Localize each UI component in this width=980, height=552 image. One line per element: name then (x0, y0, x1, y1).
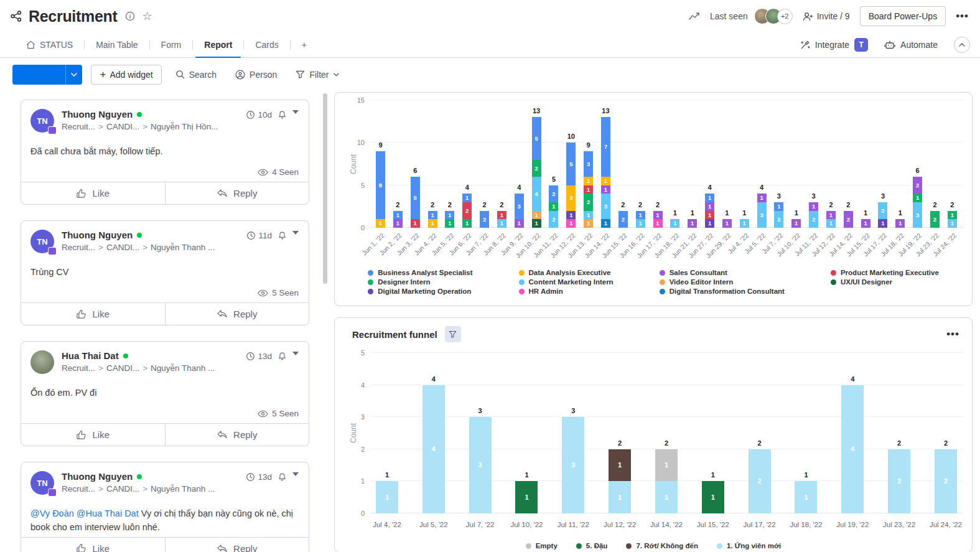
last-seen-avatars[interactable]: +2 (754, 8, 793, 24)
bar-segment[interactable]: 1 (757, 194, 767, 202)
bar-segment[interactable]: 1 (515, 219, 524, 228)
bar-segment[interactable]: 2 (888, 449, 910, 513)
bar-Jun-8-22[interactable]: 112Jun 8, '22 (497, 100, 506, 228)
notification-bell-icon[interactable] (278, 110, 287, 119)
bar-segment[interactable]: 2 (549, 211, 558, 228)
bar-segment[interactable]: 1 (948, 211, 957, 220)
bar-Jun-14-22[interactable]: 1311713Jun 14, '22 (601, 100, 610, 228)
reply-button[interactable]: Reply (165, 538, 309, 552)
legend-item[interactable]: Content Marketing Intern (519, 278, 614, 286)
bar-Jul-5-22[interactable]: 44Jul 5, '22 (422, 353, 445, 513)
bar-Jul-15-22[interactable]: 11Jul 15, '22 (861, 100, 870, 228)
bar-segment[interactable]: 1 (636, 219, 645, 228)
activity-icon[interactable] (689, 12, 700, 21)
invite-button[interactable]: Invite / 9 (803, 11, 850, 21)
bar-Jul-10-22[interactable]: 11Jul 10, '22 (515, 353, 538, 513)
bar-Jun-12-22[interactable]: 113510Jun 12, '22 (566, 100, 576, 228)
breadcrumb-item[interactable]: Nguyễn Thị Hồn... (151, 122, 218, 131)
bar-segment[interactable]: 1 (393, 211, 403, 220)
avatar[interactable]: TN (30, 109, 54, 133)
bar-segment[interactable]: 1 (670, 219, 679, 228)
bar-Jul-19-22[interactable]: 44Jul 19, '22 (841, 353, 864, 513)
bar-segment[interactable]: 1 (584, 185, 593, 194)
bar-segment[interactable]: 2 (913, 177, 922, 194)
author-name[interactable]: Thuong Nguyen (62, 230, 133, 240)
bar-segment[interactable]: 1 (705, 194, 714, 202)
bar-segment[interactable]: 3 (601, 194, 610, 219)
legend-item[interactable]: Empty (526, 542, 558, 550)
tab-cards[interactable]: Cards (244, 32, 289, 57)
bar-segment[interactable]: 8 (376, 151, 385, 219)
bar-segment[interactable]: 1 (376, 481, 398, 513)
funnel-filter-button[interactable] (445, 326, 461, 342)
bar-segment[interactable]: 3 (584, 151, 593, 177)
chevron-down-icon[interactable] (292, 352, 299, 355)
tab-[interactable]: + (291, 32, 318, 57)
bar-Jul-19-22[interactable]: 3126Jul 19, '22 (913, 100, 922, 228)
legend-item[interactable]: Designer Intern (368, 278, 472, 286)
bar-segment[interactable]: 5 (411, 177, 420, 219)
new-item-split-button[interactable]: New Item (12, 65, 82, 85)
bar-segment[interactable]: 2 (532, 160, 541, 177)
notification-bell-icon[interactable] (278, 472, 287, 482)
bar-segment[interactable]: 3 (562, 417, 584, 513)
last-seen-group[interactable]: Last seen +2 (710, 8, 793, 24)
bar-Jun-18-22[interactable]: 11Jun 18, '22 (670, 100, 679, 228)
bar-Jul-10-22[interactable]: 11Jul 10, '22 (791, 100, 801, 228)
bar-segment[interactable]: 1 (462, 219, 472, 228)
bar-Jun-17-22[interactable]: 112Jun 17, '22 (653, 100, 663, 228)
reply-button[interactable]: Reply (165, 182, 309, 204)
legend-item[interactable]: 1. Ứng viên mới (717, 542, 781, 550)
bar-Jun-9-22[interactable]: 134Jun 9, '22 (515, 100, 524, 228)
bar-segment[interactable]: 1 (584, 219, 593, 228)
breadcrumb-item[interactable]: Recruit... (62, 363, 95, 373)
bar-segment[interactable]: 1 (740, 219, 749, 228)
bar-segment[interactable]: 1 (705, 211, 714, 220)
bar-segment[interactable]: 1 (653, 211, 663, 220)
bar-segment[interactable]: 1 (411, 219, 420, 228)
board-power-ups-button[interactable]: Board Power-Ups (860, 6, 946, 26)
bar-segment[interactable]: 1 (895, 219, 905, 228)
avatar[interactable]: TN (30, 471, 54, 495)
breadcrumb-item[interactable]: Recruit... (62, 243, 95, 252)
breadcrumb-item[interactable]: Nguyễn Thanh ... (151, 243, 215, 252)
breadcrumb-item[interactable]: CANDI... (106, 243, 139, 252)
bar-segment[interactable]: 1 (636, 211, 645, 220)
bar-Jun-4-22[interactable]: 112Jun 4, '22 (428, 100, 437, 228)
bar-segment[interactable]: 1 (702, 481, 724, 513)
person-filter-button[interactable]: Person (230, 67, 282, 82)
notification-bell-icon[interactable] (278, 352, 287, 361)
bar-segment[interactable]: 7 (601, 117, 610, 177)
bar-Jun-5-22[interactable]: 112Jun 5, '22 (445, 100, 454, 228)
bar-segment[interactable]: 1 (609, 481, 631, 513)
bar-segment[interactable]: 1 (861, 219, 870, 228)
bar-segment[interactable]: 1 (826, 219, 836, 228)
bar-segment[interactable]: 1 (497, 219, 506, 228)
automate-button[interactable]: Automate (884, 40, 938, 50)
bar-Jul-18-22[interactable]: 11Jul 18, '22 (795, 353, 817, 513)
bar-Jun-15-22[interactable]: 22Jun 15, '22 (618, 100, 628, 228)
bar-Jul-11-22[interactable]: 213Jul 11, '22 (809, 100, 818, 228)
bar-Jun-3-22[interactable]: 156Jun 3, '22 (411, 100, 420, 228)
bar-Jun-13-22[interactable]: 1121139Jun 13, '22 (584, 100, 593, 228)
legend-item[interactable]: Data Analysis Executive (519, 269, 614, 276)
like-button[interactable]: Like (21, 303, 165, 325)
bar-segment[interactable]: 2 (618, 211, 628, 228)
bar-segment[interactable]: 1 (722, 219, 732, 228)
bar-segment[interactable]: 1 (515, 481, 538, 513)
legend-item[interactable]: Product Marketing Executive (831, 269, 939, 276)
like-button[interactable]: Like (21, 424, 165, 446)
bar-segment[interactable]: 1 (393, 219, 403, 228)
legend-item[interactable]: Business Analyst Specialist (368, 269, 472, 276)
mention-link[interactable]: @Hua Thai Dat (77, 508, 139, 518)
bar-segment[interactable]: 4 (422, 385, 445, 513)
legend-item[interactable]: Digital Marketing Operation (368, 288, 472, 295)
integrate-button[interactable]: Integrate T (800, 38, 868, 52)
new-item-chevron-icon[interactable] (65, 65, 82, 85)
bar-segment[interactable]: 1 (913, 194, 922, 202)
bar-Jul-17-22[interactable]: 123Jul 17, '22 (878, 100, 887, 228)
bar-segment[interactable]: 1 (705, 202, 714, 211)
bar-segment[interactable]: 1 (445, 211, 454, 220)
legend-item[interactable]: Sales Consultant (660, 269, 785, 276)
chevron-down-icon[interactable] (292, 110, 299, 114)
